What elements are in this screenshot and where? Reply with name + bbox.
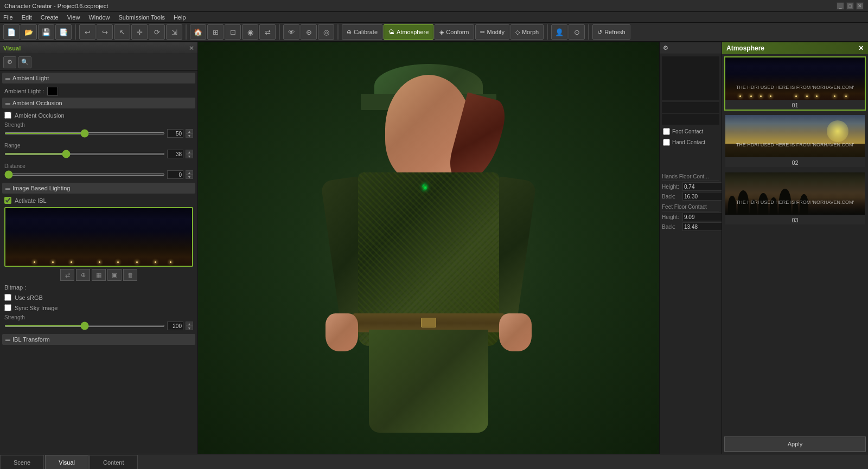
sync-sky-label[interactable]: Sync Sky Image [15, 305, 58, 311]
maximize-button[interactable]: □ [846, 2, 854, 10]
ibl-delete-button[interactable]: 🗑 [123, 269, 137, 281]
ibl-grid-button[interactable]: ▦ [92, 269, 106, 281]
menu-edit[interactable]: Edit [21, 14, 33, 21]
tab-visual[interactable]: Visual [45, 455, 88, 469]
atmosphere-thumb-03[interactable]: THE HDRI USED HERE IS FROM 'NORHAVEN.COM… [724, 171, 866, 226]
ibl-strength-slider[interactable] [4, 325, 165, 327]
ao-distance-up[interactable]: ▲ [186, 170, 193, 175]
ao-strength-arrows[interactable]: ▲ ▼ [186, 129, 193, 138]
ibl-activate-label[interactable]: Activate IBL [15, 197, 47, 204]
frame-button[interactable]: ⊡ [225, 24, 241, 40]
move-button[interactable]: ✛ [131, 24, 148, 40]
modify-button[interactable]: ✏ Modify [475, 24, 509, 40]
tab-scene[interactable]: Scene [0, 455, 44, 469]
circle-button[interactable]: ◎ [318, 24, 334, 40]
ao-range-arrows[interactable]: ▲ ▼ [186, 150, 193, 158]
ao-range-up[interactable]: ▲ [186, 150, 193, 154]
undo-button[interactable]: ↩ [79, 24, 95, 40]
ao-range-value[interactable] [167, 150, 183, 158]
tab-content[interactable]: Content [90, 455, 138, 469]
atmosphere-thumb-02[interactable]: THE HDRI USED HERE IS FROM 'NORHAVEN.COM… [724, 114, 866, 168]
ibl-strength-arrows[interactable]: ▲ ▼ [186, 322, 193, 330]
save-as-button[interactable]: 📑 [55, 24, 72, 40]
ibl-section-header[interactable]: ▬ Image Based Lighting [2, 183, 195, 194]
menu-window[interactable]: Window [87, 14, 111, 21]
atmosphere-panel-close[interactable]: ✕ [858, 44, 864, 52]
menu-create[interactable]: Create [40, 14, 60, 21]
foot-contact-label[interactable]: Foot Contact [672, 129, 703, 134]
viewport[interactable] [198, 42, 659, 454]
feet-back-value[interactable] [682, 222, 722, 231]
atmosphere-apply-button[interactable]: Apply [724, 436, 866, 452]
feet-back-label: Back: [662, 224, 681, 230]
open-button[interactable]: 📂 [21, 24, 37, 40]
ao-strength-value[interactable] [167, 129, 183, 138]
visual-settings-icon[interactable]: ⚙ [3, 56, 16, 68]
use-srgb-checkbox[interactable] [4, 294, 11, 301]
sep2 [186, 24, 187, 40]
ibl-activate-checkbox[interactable] [4, 197, 11, 204]
ao-strength-slider[interactable] [4, 132, 165, 134]
close-button[interactable]: ✕ [856, 2, 864, 10]
swap-button[interactable]: ⇄ [259, 24, 276, 40]
select-button[interactable]: ↖ [114, 24, 130, 40]
ambient-occlusion-checkbox-label[interactable]: Ambient Occlusion [15, 112, 65, 119]
rotate-button[interactable]: ⟳ [149, 24, 165, 40]
atmosphere-thumb-01[interactable]: THE HDRI USED HERE IS FROM 'NORHAVEN.COM… [724, 56, 866, 111]
foot-contact-checkbox[interactable] [663, 128, 670, 135]
camera-button[interactable]: ⊙ [569, 24, 585, 40]
ao-range-down[interactable]: ▼ [186, 154, 193, 158]
target-button[interactable]: ⊕ [301, 24, 317, 40]
grid-button[interactable]: ⊞ [207, 24, 224, 40]
view-button[interactable]: 👁 [283, 24, 299, 40]
home-button[interactable]: 🏠 [190, 24, 206, 40]
hand-contact-label[interactable]: Hand Contact [672, 139, 705, 145]
ibl-transform-section-header[interactable]: ▬ IBL Transform [2, 334, 195, 345]
ao-strength-down[interactable]: ▼ [186, 133, 193, 138]
ao-range-slider[interactable] [4, 153, 165, 155]
ao-distance-down[interactable]: ▼ [186, 175, 193, 179]
new-button[interactable]: 📄 [3, 24, 20, 40]
ibl-edit-button[interactable]: ⇄ [60, 269, 74, 281]
ibl-add-button[interactable]: ⊕ [76, 269, 90, 281]
ambient-light-color-swatch[interactable] [47, 87, 58, 95]
atmosphere-button[interactable]: 🌤 Atmosphere [384, 24, 433, 40]
menu-help[interactable]: Help [173, 14, 187, 21]
save-button[interactable]: 💾 [38, 24, 54, 40]
minimize-button[interactable]: _ [837, 2, 844, 10]
scale-button[interactable]: ⇲ [166, 24, 182, 40]
ibl-strength-up[interactable]: ▲ [186, 322, 193, 326]
menu-submission-tools[interactable]: Submission Tools [118, 14, 166, 21]
conform-button[interactable]: ◈ Conform [435, 24, 474, 40]
right-panel-settings-icon[interactable]: ⚙ [663, 44, 668, 52]
character-button[interactable]: 👤 [551, 24, 567, 40]
ambient-occlusion-section-header[interactable]: ▬ Ambient Occlusion [2, 98, 195, 108]
hands-back-value[interactable] [682, 192, 722, 201]
menu-view[interactable]: View [66, 14, 81, 21]
focus-button[interactable]: ◉ [242, 24, 258, 40]
ibl-strength-value[interactable] [167, 322, 183, 330]
feet-height-value[interactable] [682, 213, 722, 221]
menu-file[interactable]: File [2, 14, 14, 21]
sync-sky-checkbox[interactable] [4, 304, 11, 311]
use-srgb-label[interactable]: Use sRGB [15, 294, 43, 301]
hands-height-value[interactable] [682, 182, 722, 191]
ao-strength-up[interactable]: ▲ [186, 129, 193, 133]
ibl-list-button[interactable]: ▣ [107, 269, 122, 281]
hand-contact-checkbox[interactable] [663, 139, 670, 146]
sep5 [547, 24, 548, 40]
ambient-occlusion-checkbox[interactable] [4, 112, 11, 119]
ao-distance-arrows[interactable]: ▲ ▼ [186, 170, 193, 179]
morph-button[interactable]: ◇ Morph [510, 24, 544, 40]
ibl-strength-down[interactable]: ▼ [186, 326, 193, 330]
left-panel-close[interactable]: ✕ [189, 44, 194, 52]
ao-distance-value[interactable] [167, 170, 183, 179]
visual-search-icon[interactable]: 🔍 [18, 56, 31, 68]
window-controls[interactable]: _ □ ✕ [837, 2, 864, 10]
ambient-light-section-header[interactable]: ▬ Ambient Light [2, 73, 195, 83]
refresh-button[interactable]: ↺ Refresh [592, 24, 630, 40]
redo-button[interactable]: ↪ [97, 24, 113, 40]
ao-distance-slider[interactable] [4, 174, 165, 176]
calibrate-button[interactable]: ⊕ Calibrate [342, 24, 382, 40]
ibl-preview-image[interactable] [4, 207, 193, 267]
